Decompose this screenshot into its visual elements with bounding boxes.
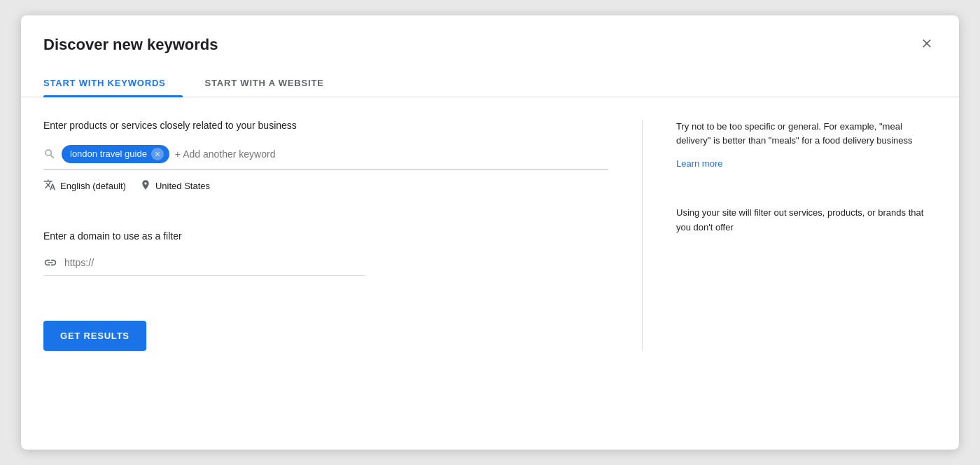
domain-label: Enter a domain to use as a filter <box>43 230 608 242</box>
language-selector[interactable]: English (default) <box>43 179 126 194</box>
add-keyword-input[interactable] <box>175 148 608 160</box>
close-icon <box>920 36 934 50</box>
products-label: Enter products or services closely relat… <box>43 120 608 131</box>
keywords-tip-section: Try not to be too specific or general. F… <box>676 120 937 170</box>
keywords-section: Enter products or services closely relat… <box>43 120 608 194</box>
chip-remove-button[interactable] <box>151 148 164 160</box>
domain-tip-section: Using your site will filter out services… <box>676 206 937 235</box>
left-panel: Enter products or services closely relat… <box>43 120 643 351</box>
tab-start-with-keywords[interactable]: START WITH KEYWORDS <box>43 69 183 97</box>
location-icon <box>140 179 151 193</box>
language-label: English (default) <box>60 181 126 191</box>
modal-header: Discover new keywords <box>21 15 959 55</box>
domain-tip-text: Using your site will filter out services… <box>676 206 937 235</box>
modal-body: Enter products or services closely relat… <box>21 97 959 373</box>
domain-input[interactable] <box>64 257 365 268</box>
close-button[interactable] <box>917 34 937 53</box>
chip-close-icon <box>154 151 161 158</box>
tabs-container: START WITH KEYWORDS START WITH A WEBSITE <box>21 69 959 97</box>
domain-input-area <box>43 250 365 276</box>
locale-row: English (default) United States <box>43 179 608 194</box>
keyword-chip: london travel guide <box>62 145 169 163</box>
tab-start-with-website[interactable]: START WITH A WEBSITE <box>205 69 341 97</box>
keyword-input-area[interactable]: london travel guide <box>43 139 608 170</box>
location-label: United States <box>155 181 210 191</box>
chip-label: london travel guide <box>70 148 147 159</box>
search-icon <box>43 148 56 160</box>
link-icon <box>43 256 57 270</box>
domain-section: Enter a domain to use as a filter <box>43 230 608 276</box>
keywords-tip-text: Try not to be too specific or general. F… <box>676 120 937 149</box>
translate-icon <box>43 179 56 194</box>
learn-more-link[interactable]: Learn more <box>676 158 722 169</box>
modal-title: Discover new keywords <box>43 35 218 55</box>
modal-dialog: Discover new keywords START WITH KEYWORD… <box>21 15 959 450</box>
get-results-button[interactable]: GET RESULTS <box>43 321 146 351</box>
right-panel: Try not to be too specific or general. F… <box>643 120 937 351</box>
location-selector[interactable]: United States <box>140 179 210 193</box>
modal-overlay: Discover new keywords START WITH KEYWORD… <box>0 0 980 465</box>
